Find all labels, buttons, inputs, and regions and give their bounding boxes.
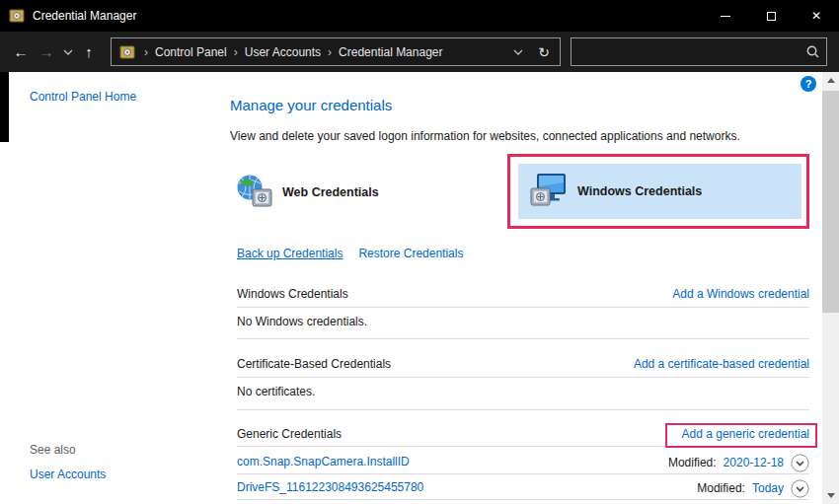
breadcrumb-item-user-accounts[interactable]: User Accounts: [245, 45, 321, 59]
expand-credential-button[interactable]: [791, 479, 809, 498]
page-title: Manage your credentials: [230, 97, 392, 113]
windows-credentials-icon: [530, 173, 568, 211]
window-edge-strip: [0, 72, 9, 142]
divider: [237, 499, 809, 500]
page-description: View and delete your saved logon informa…: [230, 129, 740, 143]
address-location-icon: [119, 44, 135, 60]
credential-actions: Back up Credentials Restore Credentials: [237, 247, 463, 260]
divider: [237, 446, 809, 447]
search-input[interactable]: [572, 38, 799, 65]
address-bar[interactable]: › Control Panel › User Accounts › Creden…: [111, 37, 561, 66]
divider: [237, 307, 809, 308]
breadcrumb-item-control-panel[interactable]: Control Panel: [155, 45, 227, 59]
close-icon: ✕: [811, 10, 821, 22]
web-credentials-icon: [235, 174, 272, 212]
sidebar-item-control-panel-home[interactable]: Control Panel Home: [30, 90, 136, 104]
recent-locations-button[interactable]: [59, 38, 76, 66]
refresh-button[interactable]: ↻: [530, 38, 558, 65]
divider: [237, 473, 809, 474]
maximize-button[interactable]: [748, 0, 794, 32]
web-credentials-tile[interactable]: Web Credentials: [235, 165, 379, 220]
modified-value: Today: [752, 481, 784, 495]
back-button[interactable]: ←: [8, 38, 34, 66]
navigation-toolbar: ← → ↑ › Control Panel › User Accounts › …: [0, 32, 839, 72]
address-bar-controls: ↻: [506, 38, 558, 65]
up-button[interactable]: ↑: [76, 38, 102, 66]
search-box: [571, 37, 827, 66]
forward-icon: →: [39, 43, 54, 60]
add-generic-credential-link[interactable]: Add a generic credential: [682, 427, 809, 441]
titlebar: Credential Manager ✕: [0, 0, 839, 32]
chevron-down-icon: [513, 49, 523, 55]
modified-label: Modified:: [668, 456, 717, 469]
empty-certificates-text: No certificates.: [237, 385, 315, 398]
scroll-up-icon: [827, 78, 835, 83]
minimize-button[interactable]: [703, 0, 748, 32]
maximize-icon: [767, 12, 776, 21]
section-header-windows-credentials: Windows Credentials Add a Windows creden…: [237, 287, 809, 301]
restore-credentials-link[interactable]: Restore Credentials: [358, 247, 463, 260]
empty-windows-credentials-text: No Windows credentials.: [237, 315, 367, 328]
search-icon[interactable]: [799, 45, 826, 58]
credential-row-name[interactable]: com.Snap.SnapCamera.InstallID: [237, 455, 410, 468]
help-button[interactable]: ?: [801, 76, 816, 92]
scrollbar[interactable]: [822, 72, 839, 504]
breadcrumb-separator: ›: [328, 45, 332, 59]
scrollbar-up-button[interactable]: [822, 72, 839, 89]
app-safe-icon: [9, 8, 25, 24]
up-icon: ↑: [85, 43, 93, 60]
expand-credential-button[interactable]: [791, 454, 809, 472]
scrollbar-thumb[interactable]: [822, 91, 839, 313]
chevron-down-circle-icon: [791, 454, 809, 472]
windows-credentials-tile[interactable]: Windows Credentials: [518, 164, 801, 219]
backup-credentials-link[interactable]: Back up Credentials: [237, 247, 343, 260]
section-header-certificate-credentials: Certificate-Based Credentials Add a cert…: [237, 357, 809, 371]
scroll-down-icon: [827, 493, 835, 498]
breadcrumb-separator: ›: [234, 45, 238, 59]
forward-button[interactable]: →: [34, 38, 59, 66]
windows-credentials-label: Windows Credentials: [577, 184, 702, 198]
credential-row-meta: Modified: 2020-12-18: [668, 451, 809, 474]
section-title: Certificate-Based Credentials: [237, 357, 391, 371]
scrollbar-down-button[interactable]: [822, 487, 839, 504]
add-certificate-credential-link[interactable]: Add a certificate-based credential: [634, 357, 809, 371]
refresh-icon: ↻: [538, 44, 550, 60]
credential-row-name[interactable]: DriveFS_116122308493625455780: [237, 480, 423, 494]
section-header-generic-credentials: Generic Credentials Add a generic creden…: [237, 427, 809, 441]
modified-value: 2020-12-18: [724, 456, 784, 469]
divider: [237, 377, 809, 378]
divider: [237, 338, 809, 339]
help-icon: ?: [805, 78, 812, 90]
window-title: Credential Manager: [33, 9, 136, 23]
add-windows-credential-link[interactable]: Add a Windows credential: [672, 287, 809, 301]
divider: [237, 409, 809, 410]
address-dropdown-button[interactable]: [506, 38, 530, 65]
minimize-icon: [721, 16, 730, 17]
section-title: Windows Credentials: [237, 287, 348, 301]
chevron-down-circle-icon: [791, 479, 809, 498]
chevron-down-icon: [63, 49, 73, 55]
breadcrumb-separator: ›: [144, 45, 148, 59]
sidebar-item-user-accounts[interactable]: User Accounts: [30, 468, 106, 481]
credential-row-meta: Modified: Today: [697, 476, 809, 500]
see-also-label: See also: [30, 443, 76, 457]
breadcrumb-item-credential-manager[interactable]: Credential Manager: [339, 45, 442, 59]
web-credentials-label: Web Credentials: [282, 185, 379, 199]
modified-label: Modified:: [697, 481, 745, 495]
section-title: Generic Credentials: [237, 427, 342, 441]
caption-buttons: ✕: [703, 0, 839, 32]
close-button[interactable]: ✕: [794, 0, 839, 32]
back-icon: ←: [14, 43, 29, 60]
